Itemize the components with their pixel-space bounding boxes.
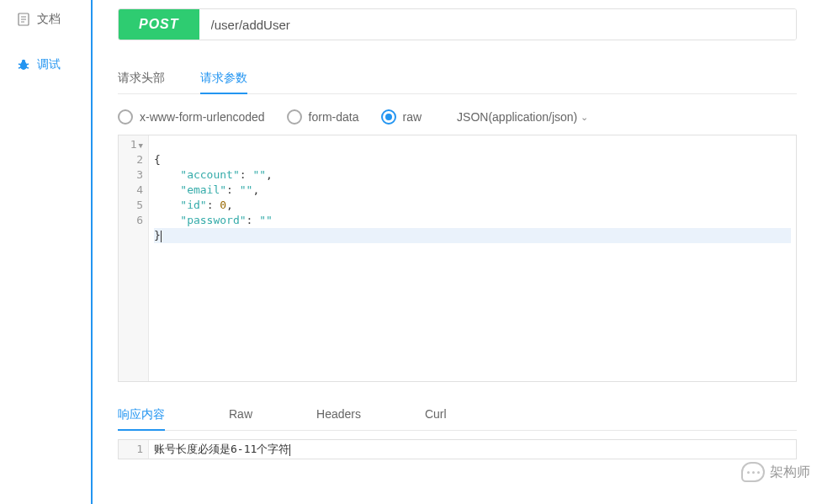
radio-label: raw xyxy=(403,110,422,124)
radio-formdata[interactable]: form-data xyxy=(287,109,359,125)
svg-line-7 xyxy=(26,64,29,65)
tab-request-headers[interactable]: 请求头部 xyxy=(118,64,165,93)
editor-code[interactable]: { "account": "", "email": "", "id": 0, "… xyxy=(149,135,796,381)
request-body-editor[interactable]: 1▼ 2 3 4 5 6 { "account": "", "email": "… xyxy=(118,135,797,382)
sidebar-item-label: 文档 xyxy=(37,12,61,27)
radio-icon xyxy=(381,109,396,125)
radio-urlencoded[interactable]: x-www-form-urlencoded xyxy=(118,109,265,125)
radio-label: form-data xyxy=(309,110,359,124)
editor-gutter: 1▼ 2 3 4 5 6 xyxy=(119,135,149,381)
radio-icon xyxy=(287,109,302,125)
document-icon xyxy=(17,13,30,26)
main-panel: POST 请求头部 请求参数 x-www-form-urlencoded for… xyxy=(93,0,822,504)
sidebar-item-label: 调试 xyxy=(37,57,61,72)
radio-icon xyxy=(118,109,133,125)
bug-icon xyxy=(17,58,30,72)
response-gutter: 1 xyxy=(119,440,149,459)
body-type-row: x-www-form-urlencoded form-data raw JSON… xyxy=(118,109,797,125)
response-body-editor[interactable]: 1 账号长度必须是6-11个字符 xyxy=(118,439,797,459)
radio-label: x-www-form-urlencoded xyxy=(140,110,265,124)
tab-request-params[interactable]: 请求参数 xyxy=(200,64,247,94)
tab-response-raw[interactable]: Raw xyxy=(229,401,252,430)
content-type-label: JSON(application/json) xyxy=(457,110,577,124)
sidebar: 文档 调试 xyxy=(0,0,93,504)
sidebar-item-document[interactable]: 文档 xyxy=(0,5,91,34)
url-input[interactable] xyxy=(199,9,796,40)
tab-response-headers[interactable]: Headers xyxy=(316,401,361,430)
tab-response-curl[interactable]: Curl xyxy=(425,401,447,430)
svg-line-6 xyxy=(19,64,21,65)
radio-raw[interactable]: raw xyxy=(381,109,422,125)
content-type-selector[interactable]: JSON(application/json) ⌄ xyxy=(457,110,588,124)
chevron-down-icon: ⌄ xyxy=(581,112,588,123)
method-selector[interactable]: POST xyxy=(119,9,199,40)
sidebar-item-debug[interactable]: 调试 xyxy=(0,50,91,79)
tab-response-content[interactable]: 响应内容 xyxy=(118,401,165,431)
response-tabs: 响应内容 Raw Headers Curl xyxy=(118,401,797,431)
svg-line-9 xyxy=(26,67,29,68)
request-tabs: 请求头部 请求参数 xyxy=(118,64,797,94)
svg-line-8 xyxy=(19,67,21,68)
response-code: 账号长度必须是6-11个字符 xyxy=(149,440,796,459)
url-bar: POST xyxy=(118,8,797,40)
svg-point-5 xyxy=(22,60,25,63)
